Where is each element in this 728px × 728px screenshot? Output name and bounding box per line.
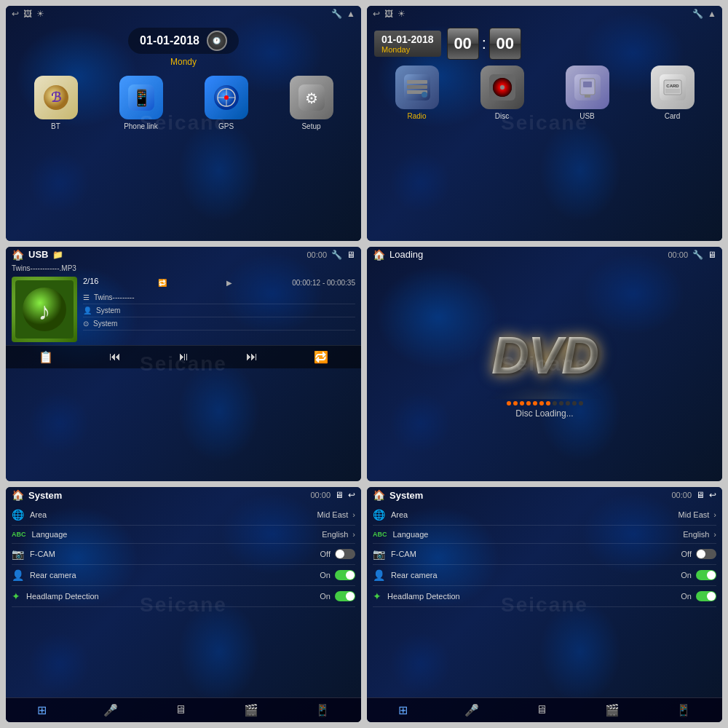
svg-text:📱: 📱 <box>131 88 151 108</box>
settings-icon[interactable]: 🔧 <box>331 9 342 19</box>
app-disc[interactable]: Disc <box>480 66 524 120</box>
area-chevron-s6: › <box>713 510 716 519</box>
rear-toggle[interactable] <box>335 570 355 580</box>
track-name-top: Twins------------.MP3 <box>6 263 361 274</box>
app-phonelink[interactable]: 📱 Phone link <box>119 76 163 130</box>
taskbar-monitor-s5[interactable]: 🖥 <box>170 702 191 718</box>
taskbar-mic-s6[interactable]: 🎤 <box>460 702 483 719</box>
back-icon[interactable]: ↩ <box>12 9 19 19</box>
lang-label: Language <box>32 530 323 539</box>
playlist-btn[interactable]: 📋 <box>39 350 53 364</box>
taskbar-windows-s5[interactable]: ⊞ <box>33 702 51 719</box>
svg-point-19 <box>500 85 505 90</box>
fcam-toggle-s6[interactable] <box>696 549 716 559</box>
sys-row-headlamp[interactable]: ✦ Headlamp Detection On <box>12 586 355 607</box>
area-value-s6: Mid East <box>678 510 710 519</box>
sys2-row-fcam[interactable]: 📷 F-CAM Off <box>373 544 716 565</box>
loading-label: Loading <box>389 249 423 260</box>
settings-icon-s3[interactable]: 🔧 <box>331 250 342 260</box>
area-label: Area <box>30 510 317 519</box>
headlamp-toggle[interactable] <box>335 591 355 601</box>
dvd-logo: DVD <box>491 325 598 385</box>
sys2-row-language[interactable]: ABC Language English › <box>373 526 716 544</box>
photo-icon-s2[interactable]: 🖼 <box>384 9 393 19</box>
playlist-name-1: System <box>96 306 120 314</box>
settings-icon-s4[interactable]: 🔧 <box>692 250 703 260</box>
monitor-icon-s6[interactable]: 🖥 <box>696 490 705 500</box>
app-card[interactable]: CARD Card <box>651 66 695 120</box>
taskbar-camera-s6[interactable]: 🎬 <box>601 702 624 719</box>
next-btn[interactable]: ⏭ <box>246 350 258 363</box>
area-chevron: › <box>352 510 355 519</box>
app-bt[interactable]: ℬ BT <box>34 76 78 130</box>
radio-label: Radio <box>407 112 426 120</box>
repeat-btn[interactable]: 🔁 <box>314 350 328 364</box>
sys-row-rear[interactable]: 👤 Rear camera On <box>12 565 355 586</box>
app-gps[interactable]: GPS <box>205 76 248 130</box>
flip-colon: : <box>482 34 486 53</box>
prev-btn[interactable]: ⏮ <box>109 350 121 363</box>
svg-rect-12 <box>407 80 427 84</box>
brightness-icon[interactable]: ☀ <box>36 9 44 19</box>
sys2-row-rear[interactable]: 👤 Rear camera On <box>373 565 716 586</box>
day-text: Mondy <box>6 57 361 67</box>
headlamp-icon-s6: ✦ <box>373 590 381 602</box>
bt-label: BT <box>51 122 60 130</box>
brightness-icon-s2[interactable]: ☀ <box>397 9 405 19</box>
sys-row-fcam[interactable]: 📷 F-CAM Off <box>12 544 355 565</box>
phonelink-label: Phone link <box>124 122 158 130</box>
app-setup[interactable]: ⚙ Setup <box>290 76 333 130</box>
up-icon-s2[interactable]: ▲ <box>708 9 716 19</box>
svg-rect-23 <box>585 95 590 98</box>
sys-row-language[interactable]: ABC Language English › <box>12 526 355 544</box>
topbar-left-s1: ↩ 🖼 ☀ <box>12 9 44 19</box>
sys2-row-area[interactable]: 🌐 Area Mid East › <box>373 505 716 526</box>
sys2-content: 🌐 Area Mid East › ABC Language English ›… <box>367 503 722 697</box>
headlamp-value: On <box>320 592 331 601</box>
taskbar-mic-s5[interactable]: 🎤 <box>99 702 122 719</box>
photo-icon[interactable]: 🖼 <box>23 9 32 19</box>
sys2-row-headlamp[interactable]: ✦ Headlamp Detection On <box>373 586 716 607</box>
lang-value-s6: English <box>683 530 709 539</box>
taskbar-phone-s5[interactable]: 📱 <box>311 702 334 719</box>
rear-toggle-s6[interactable] <box>696 570 716 580</box>
home-icon-s4[interactable]: 🏠 <box>373 249 385 261</box>
time-s6: 00:00 <box>671 491 692 499</box>
up-icon[interactable]: ▲ <box>347 9 355 19</box>
back-icon-s2[interactable]: ↩ <box>373 9 380 19</box>
sys-row-area[interactable]: 🌐 Area Mid East › <box>12 505 355 526</box>
time-s4: 00:00 <box>668 250 688 259</box>
app-usb[interactable]: USB <box>566 66 609 120</box>
back-icon-s5[interactable]: ↩ <box>348 490 355 500</box>
svg-rect-22 <box>583 82 592 87</box>
fcam-icon-s6: 📷 <box>373 548 385 560</box>
playlist-item-0[interactable]: ☰ Twins--------- <box>83 291 355 304</box>
taskbar-windows-s6[interactable]: ⊞ <box>394 702 412 719</box>
topbar-left-s2: ↩ 🖼 ☀ <box>373 9 405 19</box>
home-icon-s6[interactable]: 🏠 <box>373 489 385 501</box>
playlist-item-1[interactable]: 👤 System <box>83 304 355 317</box>
playlist-item-2[interactable]: ⊙ System <box>83 317 355 331</box>
fcam-toggle[interactable] <box>335 549 355 559</box>
app-radio[interactable]: Radio <box>395 66 439 120</box>
headlamp-toggle-s6[interactable] <box>696 591 716 601</box>
rear-value-s6: On <box>681 571 692 579</box>
time-flip: 00 : 00 <box>447 28 521 60</box>
back-icon-s6[interactable]: ↩ <box>709 490 716 500</box>
monitor-icon-s3[interactable]: 🖥 <box>347 250 355 260</box>
home-icon-s5[interactable]: 🏠 <box>12 489 24 501</box>
app-grid-s1: ℬ BT 📱 Phone link <box>6 73 361 136</box>
monitor-icon-s5[interactable]: 🖥 <box>335 490 344 500</box>
taskbar-camera-s5[interactable]: 🎬 <box>240 702 263 719</box>
taskbar-monitor-s6[interactable]: 🖥 <box>531 702 552 718</box>
playpause-btn[interactable]: ⏯ <box>178 350 189 363</box>
disc-icon <box>480 66 524 109</box>
settings-icon-s2[interactable]: 🔧 <box>692 9 703 19</box>
taskbar-phone-s6[interactable]: 📱 <box>672 702 695 719</box>
monitor-icon-s4[interactable]: 🖥 <box>708 250 716 260</box>
gps-label: GPS <box>218 122 234 130</box>
home-icon-s3[interactable]: 🏠 <box>12 249 24 261</box>
area-icon-s6: 🌐 <box>373 509 385 521</box>
topbar-s2: ↩ 🖼 ☀ 🔧 ▲ <box>367 6 722 22</box>
player-header: 🏠 USB 📁 00:00 🔧 🖥 <box>6 247 361 263</box>
